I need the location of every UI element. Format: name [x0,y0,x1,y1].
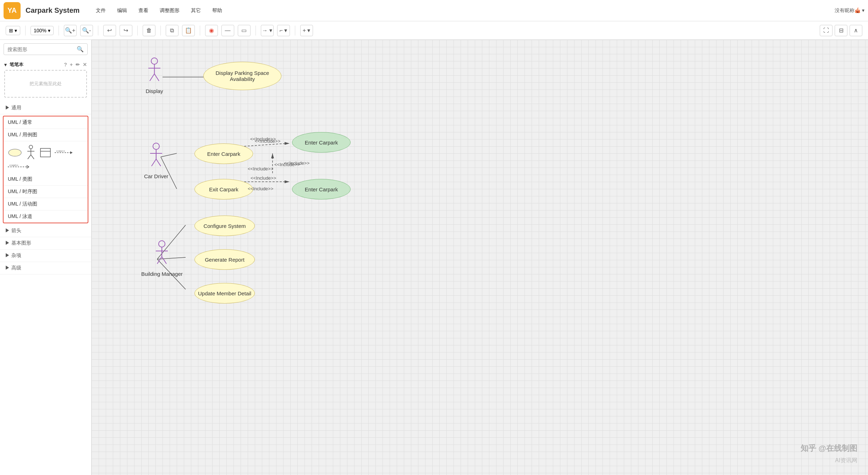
fill-btn[interactable]: ◉ [205,25,218,36]
uml-section-group: UML / 通常 UML / 用例图 [3,116,88,223]
svg-line-32 [150,74,154,81]
use-case-exit-carpark[interactable]: Exit Carpark [194,179,253,200]
canvas[interactable]: <<Include>> <<Include>> <<Include>> [92,40,868,475]
svg-point-39 [159,241,165,247]
use-case-update-label: Update Member Detail [198,290,251,296]
redo-btn[interactable]: ↪ [120,25,132,36]
zoom-in-btn[interactable]: 🔍+ [64,25,77,36]
svg-text:<<inc>>: <<inc>> [56,150,65,152]
sep6 [200,26,200,36]
scratchpad-edit[interactable]: ✏ [76,62,80,67]
actor-car-driver: Car Driver [144,143,168,179]
uml-ellipse-shape[interactable] [8,148,22,157]
use-case-display-availability[interactable]: Display Parking Space Availability [203,62,281,90]
zoom-select[interactable]: 100% ▾ [31,26,54,35]
sidebar-item-uml-swimlane[interactable]: UML / 泳道 [4,211,88,223]
use-case-display-label: Display Parking Space Availability [204,70,281,82]
fullscreen-btn[interactable]: ⛶ [820,25,833,36]
scratchpad-add[interactable]: + [70,62,73,67]
sidebar-item-uml-activity[interactable]: UML / 活动图 [4,198,88,211]
svg-text:<<ext>>: <<ext>> [9,164,18,166]
actor-display-label: Display [145,88,163,94]
sidebar-item-uml-class[interactable]: UML / 类图 [4,173,88,186]
menu-adjust[interactable]: 调整图形 [158,6,182,15]
view-select[interactable]: ⊞ ▾ [6,26,20,35]
copy-btn[interactable]: ⧉ [166,25,178,36]
watermark-1: 知乎 @在线制图 [801,443,857,454]
uml-extend-shape[interactable]: <<ext>> [8,164,29,170]
svg-text:<<Include>>: <<Include>> [255,138,280,144]
sep4 [137,26,138,36]
menu-file[interactable]: 文件 [94,6,108,15]
sidebar: 🔍 ▾ 笔笔本 ? + ✏ ✕ 把元素拖至此处 ▶ 通用 UML / 通常 U [0,40,92,475]
scratchpad-help[interactable]: ? [64,62,67,67]
line-btn[interactable]: — [221,25,234,36]
use-case-enter-carpark-green-top[interactable]: Enter Carpark [292,132,351,153]
svg-marker-18 [285,142,290,145]
svg-point-29 [151,58,158,64]
uml-dashed-shape[interactable]: <<inc>> [55,150,72,155]
paste-btn[interactable]: 📋 [182,25,195,36]
scratchpad-section: ▾ 笔笔本 ? + ✏ ✕ 把元素拖至此处 [0,59,91,102]
sep3 [98,26,98,36]
menu-other[interactable]: 其它 [189,6,203,15]
use-case-generate-report[interactable]: Generate Report [194,249,255,270]
use-case-enter-green-top-label: Enter Carpark [305,140,338,146]
svg-line-38 [156,159,161,166]
sep1 [25,26,26,36]
watermark-2: AI资讯网 [835,457,857,464]
uml-actor-shape[interactable] [26,145,36,160]
toolbar: ⊞ ▾ 100% ▾ 🔍+ 🔍- ↩ ↪ 🗑 ⧉ 📋 ◉ — ▭ → ▾ ⌐ ▾… [0,21,868,40]
svg-marker-9 [70,151,72,154]
main-layout: 🔍 ▾ 笔笔本 ? + ✏ ✕ 把元素拖至此处 ▶ 通用 UML / 通常 U [0,40,868,475]
sidebar-item-advanced[interactable]: ▶ 高级 [0,262,91,274]
sidebar-item-basic[interactable]: ▶ 基本图形 [0,237,91,250]
use-case-configure-system[interactable]: Configure System [194,215,255,236]
svg-line-17 [244,143,287,146]
include-label-left: <<Include>> [248,166,273,171]
search-icon[interactable]: 🔍 [77,46,84,53]
sep8 [295,26,295,36]
collapse-btn[interactable]: ∧ [850,25,862,36]
sidebar-item-misc[interactable]: ▶ 杂项 [0,250,91,262]
scratchpad-icons: ? + ✏ ✕ [64,62,87,67]
scratchpad-close[interactable]: ✕ [83,62,87,67]
sidebar-item-uml-general[interactable]: UML / 通常 [4,116,88,129]
building-manager-figure [153,240,171,269]
sidebar-item-uml-sequence[interactable]: UML / 时序图 [4,186,88,198]
split-btn[interactable]: ⊟ [835,25,847,36]
actor-building-manager: Building Manager [141,240,183,277]
actor-building-manager-label: Building Manager [141,271,183,277]
header: YA Carpark System 文件 编辑 查看 调整图形 其它 帮助 没有… [0,0,868,21]
use-case-enter-carpark-yellow[interactable]: Enter Carpark [194,143,253,164]
zoom-out-btn[interactable]: 🔍- [80,25,93,36]
sep7 [256,26,256,36]
use-case-enter-carpark-green-mid[interactable]: Enter Carpark [292,179,351,200]
actor-display: Display [145,58,163,94]
connector-btn[interactable]: ⌐ ▾ [277,25,290,36]
search-input[interactable] [7,47,77,52]
arrow-btn[interactable]: → ▾ [261,25,274,36]
undo-btn[interactable]: ↩ [103,25,116,36]
svg-line-37 [152,159,156,166]
sidebar-item-arrows[interactable]: ▶ 箭头 [0,225,91,237]
use-case-update-member[interactable]: Update Member Detail [194,283,255,304]
sidebar-item-uml-usecase[interactable]: UML / 用例图 [4,129,88,141]
sep2 [59,26,59,36]
search-box[interactable]: 🔍 [4,43,88,55]
use-case-enter-label: Enter Carpark [207,151,240,157]
user-area[interactable]: 没有昵称🎪 ▾ [835,7,864,14]
svg-text:<<Include>>: <<Include>> [274,162,300,167]
scratchpad-drop-area[interactable]: 把元素拖至此处 [4,70,87,98]
sidebar-item-general[interactable]: ▶ 通用 [0,102,91,114]
menu-edit[interactable]: 编辑 [115,6,129,15]
add-btn[interactable]: + ▾ [300,25,313,36]
menu-view[interactable]: 查看 [136,6,150,15]
uml-rect-shape[interactable] [40,148,51,158]
menu-help[interactable]: 帮助 [210,6,224,15]
scratchpad-arrow: ▾ [4,62,7,67]
display-figure [145,58,163,86]
use-case-configure-label: Configure System [203,223,246,229]
delete-btn[interactable]: 🗑 [143,25,155,36]
shape-btn[interactable]: ▭ [238,25,251,36]
